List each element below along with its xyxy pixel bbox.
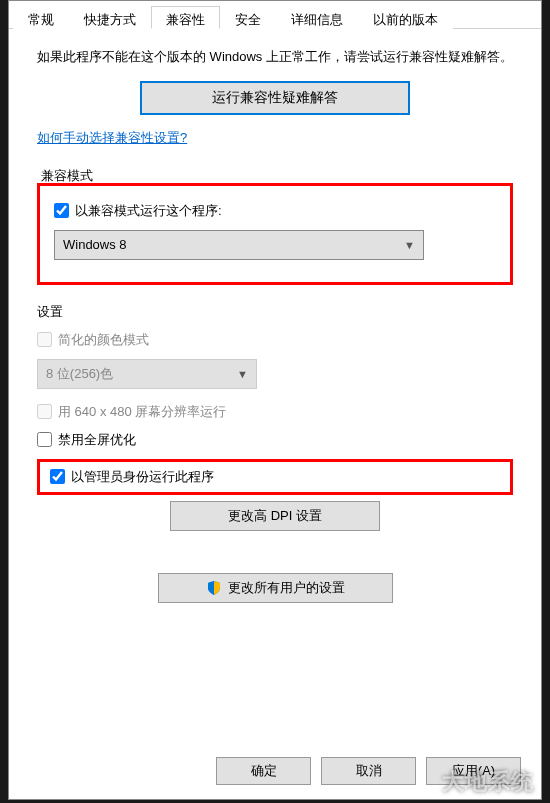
low-res-label: 用 640 x 480 屏幕分辨率运行 [58,403,226,421]
disable-fullscreen-checkbox[interactable] [37,432,52,447]
chevron-down-icon: ▼ [237,368,248,380]
low-res-row[interactable]: 用 640 x 480 屏幕分辨率运行 [37,403,513,421]
apply-button[interactable]: 应用(A) [426,757,521,785]
tab-content: 如果此程序不能在这个版本的 Windows 上正常工作，请尝试运行兼容性疑难解答… [9,29,541,613]
run-admin-checkbox[interactable] [50,469,65,484]
tab-previous-versions[interactable]: 以前的版本 [358,6,453,29]
reduced-color-checkbox[interactable] [37,332,52,347]
change-all-users-label: 更改所有用户的设置 [228,579,345,597]
compatibility-description: 如果此程序不能在这个版本的 Windows 上正常工作，请尝试运行兼容性疑难解答… [37,47,513,67]
run-admin-row[interactable]: 以管理员身份运行此程序 [50,468,500,486]
tab-compatibility[interactable]: 兼容性 [151,6,220,29]
tab-details[interactable]: 详细信息 [276,6,358,29]
compat-mode-checkbox-row[interactable]: 以兼容模式运行这个程序: [54,202,496,220]
reduced-color-label: 简化的颜色模式 [58,331,149,349]
settings-group: 设置 简化的颜色模式 8 位(256)色 ▼ 用 640 x 480 屏幕分辨率… [37,303,513,531]
low-res-checkbox[interactable] [37,404,52,419]
disable-fullscreen-row[interactable]: 禁用全屏优化 [37,431,513,449]
properties-dialog: 常规 快捷方式 兼容性 安全 详细信息 以前的版本 如果此程序不能在这个版本的 … [8,0,542,800]
run-admin-label: 以管理员身份运行此程序 [71,468,214,486]
tab-bar: 常规 快捷方式 兼容性 安全 详细信息 以前的版本 [9,1,541,29]
tab-general[interactable]: 常规 [13,6,69,29]
run-troubleshooter-button[interactable]: 运行兼容性疑难解答 [140,81,410,115]
cancel-button[interactable]: 取消 [321,757,416,785]
compat-mode-label: 以兼容模式运行这个程序: [75,202,222,220]
change-all-users-button[interactable]: 更改所有用户的设置 [158,573,393,603]
compat-mode-checkbox[interactable] [54,203,69,218]
highlight-compat-mode: 以兼容模式运行这个程序: Windows 8 ▼ [37,183,513,285]
ok-button[interactable]: 确定 [216,757,311,785]
manual-settings-link[interactable]: 如何手动选择兼容性设置? [37,129,187,147]
change-dpi-button[interactable]: 更改高 DPI 设置 [170,501,380,531]
chevron-down-icon: ▼ [404,239,415,251]
reduced-color-row[interactable]: 简化的颜色模式 [37,331,513,349]
disable-fullscreen-label: 禁用全屏优化 [58,431,136,449]
tab-security[interactable]: 安全 [220,6,276,29]
color-depth-value: 8 位(256)色 [46,365,113,383]
compat-mode-select[interactable]: Windows 8 ▼ [54,230,424,260]
dialog-footer: 确定 取消 应用(A) [216,757,521,785]
tab-shortcut[interactable]: 快捷方式 [69,6,151,29]
compat-mode-selected-value: Windows 8 [63,237,127,252]
compatibility-mode-group: 兼容模式 以兼容模式运行这个程序: Windows 8 ▼ [37,167,513,285]
color-depth-select: 8 位(256)色 ▼ [37,359,257,389]
highlight-run-admin: 以管理员身份运行此程序 [37,459,513,495]
settings-title: 设置 [37,303,513,321]
shield-icon [206,580,222,596]
